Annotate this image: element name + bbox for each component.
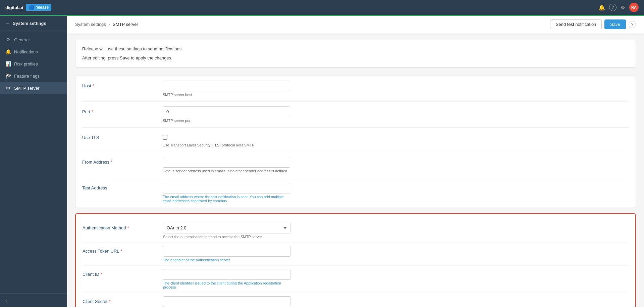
from-hint: Default sender address used in emails, i…: [163, 169, 290, 173]
port-input[interactable]: [163, 106, 290, 117]
client-id-row: Client ID* The client identifier issued …: [83, 266, 629, 293]
host-input[interactable]: [163, 81, 290, 91]
client-secret-input[interactable]: [163, 296, 290, 307]
auth-method-label: Authentication Method*: [83, 223, 156, 230]
test-address-label: Test Address: [82, 183, 156, 190]
access-token-input[interactable]: [163, 246, 290, 257]
client-secret-row: Client Secret* The client secret issued …: [83, 293, 629, 307]
breadcrumb-parent[interactable]: System settings: [75, 22, 106, 27]
header-help-icon[interactable]: ?: [629, 21, 636, 28]
from-address-field: Default sender address used in emails, i…: [163, 157, 290, 173]
info-line1: Release will use these settings to send …: [82, 46, 629, 53]
test-address-row: Test Address The email address where the…: [82, 178, 629, 208]
back-icon: ←: [5, 20, 10, 26]
from-required: *: [111, 160, 112, 165]
sidebar-title: System settings: [13, 21, 46, 26]
tls-checkbox[interactable]: [163, 135, 167, 140]
sidebar-item-label-notifications: Notifications: [14, 49, 38, 54]
sidebar: ← System settings ⚙ General 🔔 Notificati…: [0, 16, 67, 307]
smtp-icon: ✉: [5, 85, 11, 91]
client-id-field: The client identifier issued to the clie…: [163, 269, 290, 289]
client-secret-field: The client secret issued to the client d…: [163, 296, 290, 307]
sidebar-header[interactable]: ← System settings: [0, 16, 67, 31]
help-icon[interactable]: ?: [609, 4, 616, 11]
page-header: System settings › SMTP server Send test …: [67, 16, 644, 33]
test-address-input[interactable]: [163, 183, 290, 193]
settings-icon[interactable]: ⚙: [621, 4, 625, 11]
port-row: Port* SMTP server port: [82, 102, 629, 128]
notifications-icon: 🔔: [5, 49, 11, 54]
form-wrapper: Host* SMTP server host Port* SMTP server…: [75, 76, 636, 208]
host-required: *: [93, 83, 94, 88]
from-address-input[interactable]: [163, 157, 290, 168]
sidebar-item-label-flags: Feature flags: [14, 74, 40, 79]
sidebar-nav: ⚙ General 🔔 Notifications 📊 Risk profile…: [0, 31, 67, 293]
send-test-notification-button[interactable]: Send test notification: [550, 19, 602, 29]
sidebar-item-label-risk: Risk profiles: [14, 61, 38, 67]
access-token-label: Access Token URL*: [83, 246, 156, 254]
port-hint: SMTP server port: [163, 119, 290, 123]
app-layout: ← System settings ⚙ General 🔔 Notificati…: [0, 16, 644, 307]
breadcrumb-separator: ›: [109, 22, 110, 27]
auth-box: Authentication Method* None Plain OAuth …: [75, 213, 636, 307]
info-box: Release will use these settings to send …: [75, 40, 636, 68]
release-label: release: [36, 5, 49, 10]
sidebar-item-feature-flags[interactable]: 🏁 Feature flags: [0, 70, 67, 82]
auth-method-row: Authentication Method* None Plain OAuth …: [83, 219, 629, 243]
sidebar-item-label-smtp: SMTP server: [14, 86, 40, 91]
auth-method-hint: Select the authentication method to acce…: [163, 235, 290, 239]
info-line2: After editing, press Save to apply the c…: [82, 55, 629, 62]
client-secret-label: Client Secret*: [83, 296, 156, 304]
from-address-row: From Address* Default sender address use…: [82, 152, 629, 178]
port-required: *: [92, 109, 93, 114]
port-field: SMTP server port: [163, 106, 290, 123]
access-token-field: The endpoint of the authentication serve…: [163, 246, 290, 262]
host-row: Host* SMTP server host: [82, 76, 629, 102]
content-area: Release will use these settings to send …: [67, 33, 644, 307]
brand-logo: digital.ai: [5, 5, 23, 10]
tls-label: Use TLS: [82, 132, 156, 140]
navbar-right: 🔔 ? ⚙ RA: [598, 3, 639, 12]
save-button[interactable]: Save: [604, 19, 626, 29]
user-avatar[interactable]: RA: [629, 3, 639, 12]
sidebar-item-risk-profiles[interactable]: 📊 Risk profiles: [0, 58, 67, 70]
breadcrumb: System settings › SMTP server: [75, 22, 138, 27]
tls-row: Use TLS Use Transport Layer Security (TL…: [82, 128, 629, 152]
header-actions: Send test notification Save ?: [550, 19, 636, 29]
logo-text: digital.ai: [5, 5, 23, 10]
host-field: SMTP server host: [163, 81, 290, 97]
navbar: digital.ai 🔵 release 🔔 ? ⚙ RA: [0, 0, 644, 15]
host-label: Host*: [82, 81, 156, 88]
flag-icon: 🏁: [5, 73, 11, 79]
risk-icon: 📊: [5, 61, 11, 67]
access-token-hint: The endpoint of the authentication serve…: [163, 258, 290, 262]
test-address-hint: The email address where the test notific…: [163, 195, 290, 203]
bell-icon[interactable]: 🔔: [598, 4, 605, 11]
general-icon: ⚙: [5, 37, 11, 42]
auth-method-field: None Plain OAuth 2.0 Select the authenti…: [163, 223, 290, 239]
tls-hint: Use Transport Layer Security (TLS) proto…: [163, 143, 290, 147]
client-id-hint: The client identifier issued to the clie…: [163, 281, 290, 289]
client-id-input[interactable]: [163, 269, 290, 280]
green-bar: [0, 15, 644, 16]
auth-required: *: [127, 225, 129, 230]
release-badge: 🔵 release: [26, 4, 51, 11]
breadcrumb-current: SMTP server: [113, 22, 138, 27]
sidebar-item-notifications[interactable]: 🔔 Notifications: [0, 46, 67, 58]
navbar-left: digital.ai 🔵 release: [5, 4, 51, 11]
auth-method-select[interactable]: None Plain OAuth 2.0: [163, 223, 290, 233]
main-content: System settings › SMTP server Send test …: [67, 16, 644, 307]
sidebar-item-general[interactable]: ⚙ General: [0, 34, 67, 46]
access-token-row: Access Token URL* The endpoint of the au…: [83, 243, 629, 266]
from-address-label: From Address*: [82, 157, 156, 165]
port-label: Port*: [82, 106, 156, 114]
sidebar-collapse-button[interactable]: ‹: [0, 293, 67, 307]
sidebar-item-smtp[interactable]: ✉ SMTP server: [0, 82, 67, 94]
client-id-label: Client ID*: [83, 269, 156, 277]
sidebar-item-label-general: General: [14, 37, 30, 42]
tls-field: Use Transport Layer Security (TLS) proto…: [163, 132, 290, 147]
test-address-field: The email address where the test notific…: [163, 183, 290, 203]
host-hint: SMTP server host: [163, 93, 290, 97]
